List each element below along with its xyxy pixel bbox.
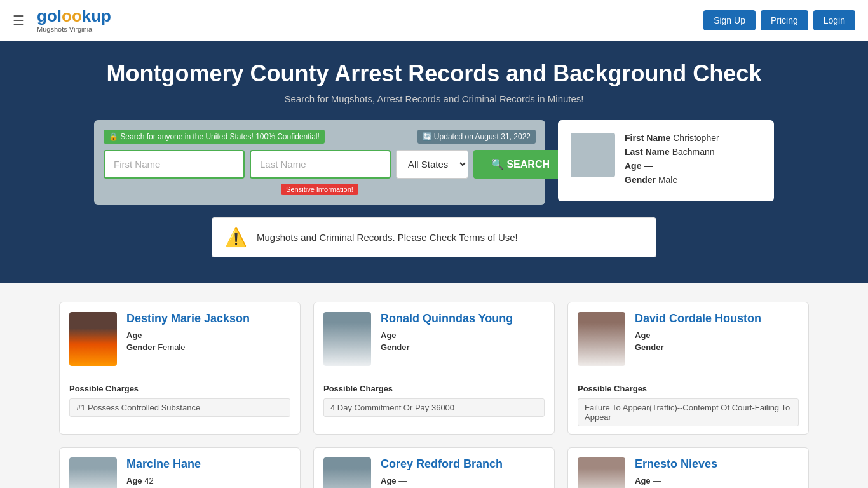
gender-label: Gender <box>625 175 656 185</box>
age-value: — <box>653 330 661 340</box>
person-card[interactable]: Ronald Quinndas Young Age —Gender — Poss… <box>313 302 555 435</box>
person-card-top: Ernesto Nieves Age — <box>568 448 808 488</box>
person-info: David Cordale Houston Age —Gender — <box>635 312 761 355</box>
person-card[interactable]: David Cordale Houston Age —Gender — Poss… <box>567 302 809 435</box>
person-details: Age —Gender Female <box>126 330 250 352</box>
person-name: Marcine Hane <box>126 458 201 471</box>
charges-section: Possible Charges Failure To Appear(Traff… <box>568 376 808 434</box>
sensitive-badge: Sensitive Information! <box>281 184 358 195</box>
updated-notice: 🔄 Updated on August 31, 2022 <box>417 130 536 144</box>
state-select[interactable]: All States <box>396 150 468 179</box>
login-button[interactable]: Login <box>813 10 855 30</box>
person-avatar <box>323 312 371 366</box>
person-name: Destiny Marie Jackson <box>126 312 250 325</box>
person-info: Ronald Quinndas Young Age —Gender — <box>381 312 513 355</box>
person-name: Corey Redford Branch <box>381 458 503 471</box>
people-grid: Destiny Marie Jackson Age —Gender Female… <box>59 302 809 488</box>
person-card-top: Ronald Quinndas Young Age —Gender — <box>314 302 554 376</box>
person-info: Marcine Hane Age 42 <box>126 458 201 488</box>
first-name-input[interactable] <box>104 150 245 179</box>
hero-content: 🔒 Search for anyone in the United States… <box>53 120 815 205</box>
age-value: — <box>398 476 407 485</box>
search-button[interactable]: 🔍 SEARCH <box>473 150 567 179</box>
person-name: David Cordale Houston <box>635 312 761 325</box>
charges-title: Possible Charges <box>323 384 545 393</box>
age-value: — <box>398 330 407 340</box>
person-avatar <box>323 458 371 488</box>
person-avatar <box>578 458 625 488</box>
gender-value: — <box>412 342 420 352</box>
age-value: — <box>653 476 661 485</box>
person-card-top: Destiny Marie Jackson Age —Gender Female <box>60 302 300 376</box>
hero-subtitle: Search for Mugshots, Arrest Records and … <box>13 93 855 104</box>
gender-label: Gender <box>381 342 410 352</box>
logo-subtitle: Mugshots Virginia <box>37 25 92 33</box>
person-card-top: Marcine Hane Age 42 <box>60 448 300 488</box>
gender-value: — <box>666 342 674 352</box>
charges-section: Possible Charges #1 Possess Controlled S… <box>60 376 300 424</box>
charges-title: Possible Charges <box>578 384 799 393</box>
person-details: Age —Gender — <box>381 330 513 352</box>
age-label: Age <box>126 476 142 485</box>
person-details: Age — <box>635 476 717 485</box>
gender-label: Gender <box>635 342 664 352</box>
search-notices: 🔒 Search for anyone in the United States… <box>104 130 536 144</box>
profile-avatar <box>571 133 615 177</box>
search-box: 🔒 Search for anyone in the United States… <box>94 120 545 205</box>
age-label: Age <box>381 330 397 340</box>
profile-card: First Name Christopher Last Name Bachman… <box>558 120 774 201</box>
charge-item: 4 Day Commitment Or Pay 36000 <box>323 398 545 417</box>
age-label: Age <box>635 476 651 485</box>
person-avatar <box>578 312 625 366</box>
person-card-top: Corey Redford Branch Age — <box>314 448 554 488</box>
person-card[interactable]: Destiny Marie Jackson Age —Gender Female… <box>59 302 301 435</box>
charge-item: Failure To Appear(Traffic)--Contempt Of … <box>578 398 799 426</box>
last-name-input[interactable] <box>250 150 391 179</box>
person-details: Age —Gender — <box>635 330 761 352</box>
first-name-value: Christopher <box>673 133 719 143</box>
person-avatar <box>69 312 117 366</box>
gender-value: Female <box>158 342 185 352</box>
search-inputs-row: All States 🔍 SEARCH <box>104 150 536 179</box>
age-value: — <box>144 330 153 340</box>
warning-bar: ⚠️ Mugshots and Criminal Records. Please… <box>212 217 656 257</box>
gender-value: Male <box>658 175 677 185</box>
age-value: 42 <box>144 476 153 485</box>
pricing-button[interactable]: Pricing <box>761 10 808 30</box>
person-info: Destiny Marie Jackson Age —Gender Female <box>126 312 250 355</box>
age-value: — <box>644 161 653 171</box>
main-content: Destiny Marie Jackson Age —Gender Female… <box>46 302 822 488</box>
age-label: Age <box>381 476 397 485</box>
person-name: Ronald Quinndas Young <box>381 312 513 325</box>
person-name: Ernesto Nieves <box>635 458 717 471</box>
person-card[interactable]: Ernesto Nieves Age — <box>567 447 809 488</box>
age-label: Age <box>625 161 641 171</box>
charge-item: #1 Possess Controlled Substance <box>69 398 290 417</box>
first-name-label: First Name <box>625 133 670 143</box>
header-buttons: Sign Up Pricing Login <box>703 10 855 30</box>
hero-section: Montgomery County Arrest Records and Bac… <box>0 41 868 283</box>
logo: golookup Mugshots Virginia <box>37 8 111 33</box>
charges-title: Possible Charges <box>69 384 290 393</box>
gender-label: Gender <box>126 342 156 352</box>
person-card[interactable]: Marcine Hane Age 42 <box>59 447 301 488</box>
profile-info: First Name Christopher Last Name Bachman… <box>625 133 761 189</box>
person-card[interactable]: Corey Redford Branch Age — <box>313 447 555 488</box>
last-name-value: Bachmann <box>672 147 715 157</box>
charges-section: Possible Charges 4 Day Commitment Or Pay… <box>314 376 554 424</box>
age-label: Age <box>126 330 142 340</box>
last-name-label: Last Name <box>625 147 670 157</box>
person-avatar <box>69 458 117 488</box>
person-card-top: David Cordale Houston Age —Gender — <box>568 302 808 376</box>
header: ☰ golookup Mugshots Virginia Sign Up Pri… <box>0 0 868 41</box>
hero-title: Montgomery County Arrest Records and Bac… <box>13 60 855 87</box>
person-details: Age — <box>381 476 503 485</box>
person-info: Corey Redford Branch Age — <box>381 458 503 488</box>
hamburger-menu-icon[interactable]: ☰ <box>13 13 24 28</box>
age-label: Age <box>635 330 651 340</box>
person-details: Age 42 <box>126 476 201 485</box>
logo-text: golookup <box>37 8 111 24</box>
warning-icon: ⚠️ <box>225 227 247 248</box>
signup-button[interactable]: Sign Up <box>703 10 756 30</box>
confidential-notice: 🔒 Search for anyone in the United States… <box>104 130 325 144</box>
